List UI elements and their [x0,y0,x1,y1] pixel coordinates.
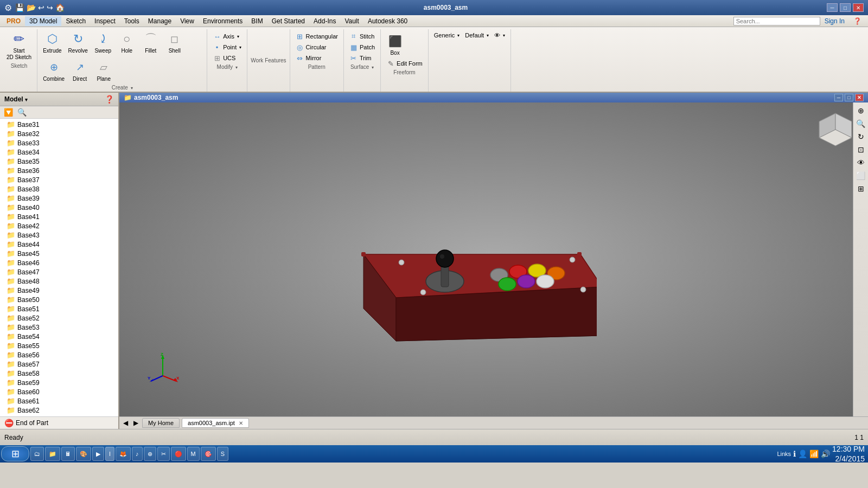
my-home-tab[interactable]: My Home [142,418,180,428]
tree-item-base36[interactable]: 📁Base36 [0,166,118,175]
tree-item-base45[interactable]: 📁Base45 [0,249,118,258]
taskbar-music[interactable]: ♪ [132,447,143,461]
taskbar-app4[interactable]: 🎯 [201,447,216,461]
tree-item-base48[interactable]: 📁Base48 [0,277,118,286]
help-icon[interactable]: ❓ [849,16,866,26]
tab-close-button[interactable]: ✕ [239,420,243,426]
taskbar-firefox[interactable]: 🦊 [116,447,131,461]
zoom-window-button[interactable]: ⬜ [855,170,867,182]
box-button[interactable]: ⬛ Box [384,31,406,57]
circular-button[interactable]: ◎ Circular [293,42,329,52]
tree-item-base53[interactable]: 📁Base53 [0,323,118,332]
menu-pro[interactable]: PRO [2,16,25,26]
tree-item-base44[interactable]: 📁Base44 [0,240,118,249]
tree-item-base52[interactable]: 📁Base52 [0,313,118,323]
viewport-close-button[interactable]: ✕ [855,94,864,101]
menu-sketch[interactable]: Sketch [61,16,90,26]
combine-button[interactable]: ⊕ Combine [41,57,67,84]
tree-item-base40[interactable]: 📁Base40 [0,203,118,212]
taskbar-inventor[interactable]: I [105,447,114,461]
tree-item-base31[interactable]: 📁Base31 [0,120,118,129]
taskbar-security[interactable]: 🔴 [171,447,186,461]
fillet-button[interactable]: ⌒ Fillet [140,29,162,55]
tree-item-base37[interactable]: 📁Base37 [0,175,118,184]
minimize-button[interactable]: ─ [827,3,838,12]
toolbar-icon-redo[interactable]: ↪ [47,3,53,12]
tree-item-base62[interactable]: 📁Base62 [0,406,118,415]
tree-item-base58[interactable]: 📁Base58 [0,369,118,378]
menu-addins[interactable]: Add-Ins [309,16,340,26]
display-default-button[interactable]: Default ▾ [463,31,491,39]
view-options-button[interactable]: 👁 ▾ [492,31,507,39]
plane-button[interactable]: ▱ Plane [93,57,114,84]
tree-item-base57[interactable]: 📁Base57 [0,359,118,369]
menu-inspect[interactable]: Inspect [90,16,120,26]
panel-filter-icon[interactable]: 🔽 [2,107,15,117]
tree-item-base46[interactable]: 📁Base46 [0,258,118,267]
menu-tools[interactable]: Tools [120,16,144,26]
tree-item-base60[interactable]: 📁Base60 [0,387,118,396]
look-at-button[interactable]: 👁 [855,157,867,169]
tree-item-base61[interactable]: 📁Base61 [0,396,118,406]
display-mode-button[interactable]: Generic ▾ [432,31,462,39]
menu-getstarted[interactable]: Get Started [267,16,309,26]
patch-button[interactable]: ▦ Patch [347,42,377,52]
tree-item-base39[interactable]: 📁Base39 [0,194,118,203]
asm-file-tab[interactable]: asm0003_asm.ipt ✕ [182,418,249,428]
pan-view-button[interactable]: ⊕ [855,105,867,117]
menu-environments[interactable]: Environments [199,16,247,26]
taskbar-skype[interactable]: S [217,447,228,461]
shell-button[interactable]: ◻ Shell [164,29,186,55]
tree-item-base47[interactable]: 📁Base47 [0,267,118,277]
taskbar-calculator[interactable]: 🖩 [61,447,75,461]
tab-prev-button[interactable]: ◀ [122,419,130,427]
menu-manage[interactable]: Manage [144,16,176,26]
tree-item-base38[interactable]: 📁Base38 [0,184,118,194]
taskbar-app2[interactable]: ✂ [157,447,170,461]
menu-bim[interactable]: BIM [247,16,267,26]
tray-volume-icon[interactable]: 🔊 [821,450,830,458]
tray-info-icon[interactable]: ℹ [793,450,796,458]
fit-button[interactable]: ⊞ [855,183,867,195]
trim-button[interactable]: ✂ Trim [347,53,374,63]
axis-button[interactable]: ↔ Axis ▾ [210,31,241,41]
close-button[interactable]: ✕ [853,3,864,12]
revolve-button[interactable]: ↻ Revolve [66,29,90,55]
tree-item-base56[interactable]: 📁Base56 [0,350,118,359]
tab-next-button[interactable]: ▶ [132,419,140,427]
viewport-restore-button[interactable]: □ [845,94,853,101]
toolbar-icon-undo[interactable]: ↩ [38,3,44,12]
menu-autodesk360[interactable]: Autodesk 360 [363,16,412,26]
panel-help-icon[interactable]: ❓ [105,95,114,104]
start-2d-sketch-button[interactable]: ✏ Start2D Sketch [4,29,34,62]
tree-item-base49[interactable]: 📁Base49 [0,286,118,295]
menu-vault[interactable]: Vault [340,16,363,26]
hole-button[interactable]: ○ Hole [116,29,138,55]
menu-view[interactable]: View [176,16,199,26]
tree-item-base51[interactable]: 📁Base51 [0,304,118,313]
maximize-button[interactable]: □ [840,3,851,12]
tray-user-icon[interactable]: 👤 [798,450,807,458]
point-button[interactable]: • Point ▾ [210,42,244,52]
tree-item-base32[interactable]: 📁Base32 [0,129,118,138]
taskbar-app3[interactable]: M [187,447,200,461]
taskbar-paint[interactable]: 🎨 [76,447,91,461]
tree-item-base35[interactable]: 📁Base35 [0,157,118,166]
taskbar-app1[interactable]: ⊕ [144,447,156,461]
tree-item-base50[interactable]: 📁Base50 [0,295,118,304]
viewport-minimize-button[interactable]: ─ [834,94,843,101]
tree-item-base54[interactable]: 📁Base54 [0,332,118,341]
tree-item-base41[interactable]: 📁Base41 [0,212,118,221]
search-input[interactable] [733,17,820,25]
taskbar-media[interactable]: ▶ [92,447,104,461]
zoom-all-button[interactable]: ⊡ [855,144,867,156]
extrude-button[interactable]: ⬡ Extrude [41,29,63,55]
viewport-3d[interactable]: Z X Y ⊕ 🔍 ↻ ⊡ 👁 ⬜ ⊞ [119,102,868,416]
toolbar-icon-home[interactable]: 🏠 [55,3,65,12]
tree-item-base34[interactable]: 📁Base34 [0,147,118,157]
toolbar-icon-2[interactable]: 📂 [27,3,36,12]
panel-search-icon[interactable]: 🔍 [16,107,28,117]
signin-button[interactable]: Sign In [820,16,849,26]
sweep-button[interactable]: ⤸ Sweep [92,29,114,55]
view-cube[interactable] [814,111,852,149]
